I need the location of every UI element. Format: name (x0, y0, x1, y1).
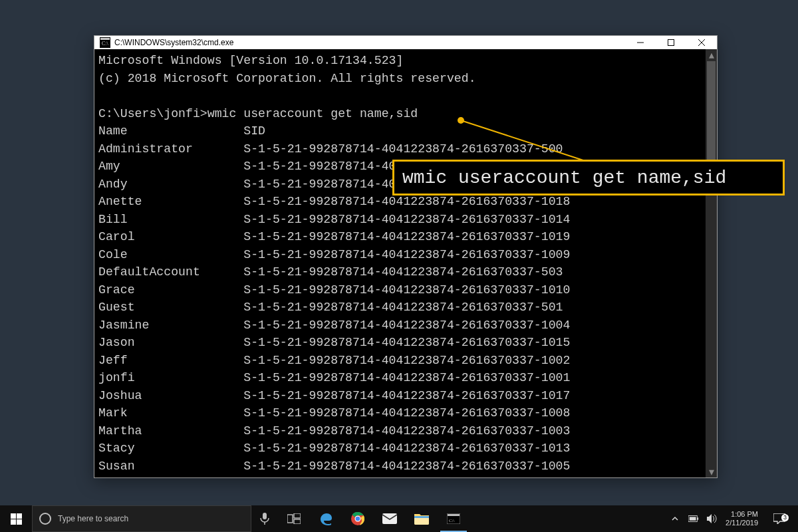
svg-text:C:\: C:\ (102, 41, 109, 47)
terminal-output[interactable]: Microsoft Windows [Version 10.0.17134.52… (94, 49, 706, 477)
search-box[interactable]: Type here to search (32, 505, 251, 532)
window-title: C:\WINDOWS\system32\cmd.exe (114, 38, 233, 47)
titlebar[interactable]: C:\ C:\WINDOWS\system32\cmd.exe (94, 36, 717, 49)
cmd-taskbar-icon[interactable]: C:\ (438, 505, 469, 532)
cmd-window: C:\ C:\WINDOWS\system32\cmd.exe Microsof… (94, 35, 718, 478)
action-center-button[interactable]: 3 (766, 513, 793, 524)
svg-rect-12 (263, 513, 267, 519)
callout-anchor-dot (458, 117, 464, 124)
callout-text: wmic useraccount get name,sid (402, 168, 726, 188)
close-button[interactable] (686, 36, 717, 49)
svg-rect-14 (287, 515, 293, 523)
tray-chevron-icon[interactable] (670, 513, 680, 524)
mic-button[interactable] (251, 505, 278, 532)
svg-point-19 (356, 517, 360, 521)
clock-date: 2/11/2019 (726, 519, 758, 527)
svg-rect-20 (382, 513, 397, 524)
taskbar: Type here to search C:\ (0, 505, 798, 532)
svg-rect-15 (294, 513, 301, 518)
scroll-up-arrow[interactable]: ▴ (706, 49, 717, 61)
vertical-scrollbar[interactable]: ▴ ▾ (706, 49, 717, 477)
cortana-icon (39, 513, 51, 525)
clock-time: 1:06 PM (726, 510, 758, 519)
maximize-button[interactable] (656, 36, 686, 49)
system-tray: 1:06 PM 2/11/2019 3 (664, 505, 798, 532)
minimize-button[interactable] (625, 36, 656, 49)
task-view-button[interactable] (278, 505, 310, 532)
svg-text:C:\: C:\ (449, 518, 455, 523)
svg-rect-9 (17, 513, 22, 519)
file-explorer-icon[interactable] (406, 505, 438, 532)
svg-rect-27 (697, 517, 698, 520)
svg-rect-1 (100, 38, 110, 40)
svg-rect-28 (690, 517, 696, 520)
svg-rect-4 (668, 40, 674, 46)
start-button[interactable] (0, 505, 32, 532)
callout-box: wmic useraccount get name,sid (392, 160, 785, 196)
chrome-icon[interactable] (342, 505, 374, 532)
mail-icon[interactable] (374, 505, 406, 532)
cmd-icon: C:\ (100, 37, 110, 48)
battery-icon[interactable] (688, 513, 699, 524)
svg-rect-11 (17, 519, 22, 525)
svg-rect-16 (294, 519, 301, 524)
svg-rect-8 (11, 513, 16, 519)
scroll-thumb[interactable] (707, 61, 716, 161)
svg-rect-24 (448, 514, 460, 516)
svg-rect-10 (11, 519, 16, 525)
scroll-down-arrow[interactable]: ▾ (706, 466, 717, 477)
edge-icon[interactable] (310, 505, 342, 532)
taskbar-apps: C:\ (278, 505, 469, 532)
taskbar-clock[interactable]: 1:06 PM 2/11/2019 (726, 510, 758, 527)
volume-icon[interactable] (707, 513, 718, 524)
search-placeholder: Type here to search (58, 514, 128, 523)
notification-badge: 3 (781, 514, 789, 521)
svg-rect-22 (414, 516, 429, 518)
